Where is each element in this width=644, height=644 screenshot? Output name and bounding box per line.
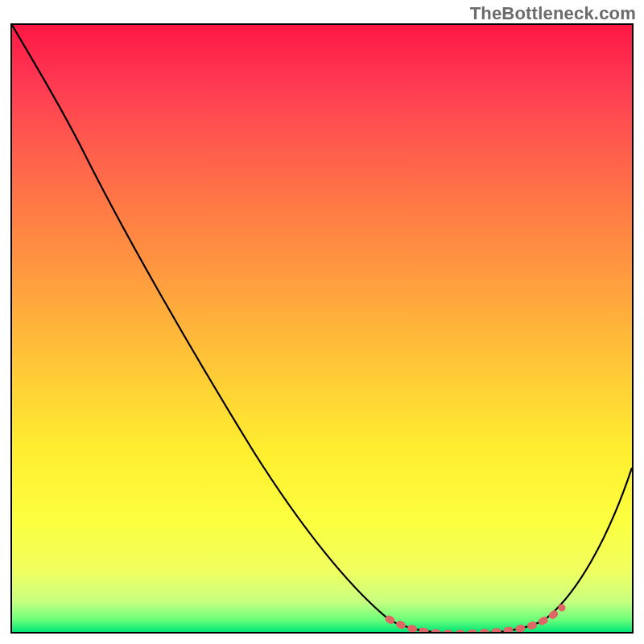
highlight-dotted-segment (389, 608, 562, 632)
curve-overlay (12, 25, 632, 632)
watermark-text: TheBottleneck.com (470, 3, 636, 24)
bottleneck-curve (12, 25, 632, 632)
chart-container: TheBottleneck.com (0, 0, 644, 644)
plot-area (10, 23, 634, 634)
